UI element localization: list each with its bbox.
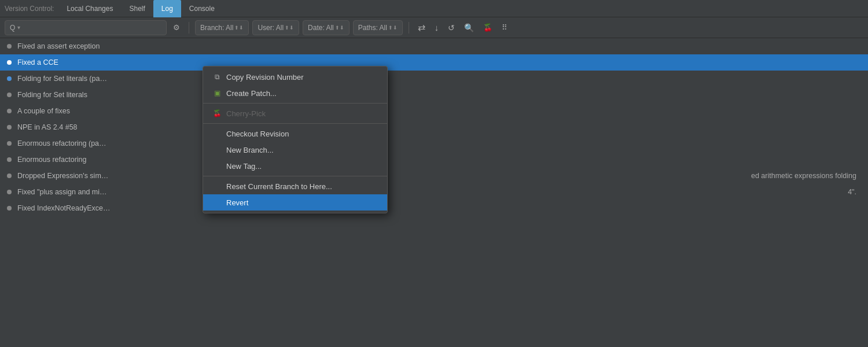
date-chevron-icon: ⬆⬇ [335, 25, 344, 31]
commit-dot [7, 60, 12, 65]
commit-dot [7, 206, 12, 211]
commit-dot [7, 125, 12, 130]
log-item[interactable]: Dropped Expression's sim… ed arithmetic … [0, 168, 868, 184]
commit-dot [7, 157, 12, 162]
log-item[interactable]: Fixed IndexNotReadyExce… [0, 200, 868, 216]
log-item-selected[interactable]: Fixed a CCE [0, 54, 868, 71]
paths-filter[interactable]: Paths: All ⬆⬇ [353, 20, 403, 35]
ctx-separator-2 [203, 123, 387, 124]
log-item[interactable]: Folding for Set literals [0, 87, 868, 103]
refresh-icon: ↺ [448, 23, 455, 32]
fetch-icon: ↓ [435, 23, 439, 32]
user-chevron-icon: ⬆⬇ [285, 25, 294, 31]
commit-message: Enormous refactoring [17, 156, 87, 164]
settings-button[interactable]: ⚙ [170, 21, 183, 34]
commit-message: Dropped Expression's sim… [17, 172, 108, 180]
tab-local-changes[interactable]: Local Changes [58, 0, 121, 17]
commit-extra-text-2: 4". [848, 188, 856, 196]
fetch-button[interactable]: ↓ [432, 21, 442, 34]
commit-dot [7, 76, 12, 81]
log-item[interactable]: Folding for Set literals (pa… [0, 71, 868, 87]
log-item[interactable]: Fixed "plus assign and mi… 4". [0, 184, 868, 200]
commit-dot [7, 174, 12, 178]
merge-icon: ⇄ [418, 22, 425, 33]
commit-extra-text: ed arithmetic expressions folding [751, 172, 856, 180]
ctx-create-patch[interactable]: ▣ Create Patch... [203, 85, 387, 101]
ctx-new-branch[interactable]: New Branch... [203, 142, 387, 158]
new-branch-icon [212, 145, 222, 154]
commit-dot [7, 44, 12, 49]
tab-bar: Version Control: Local Changes Shelf Log… [0, 0, 868, 17]
commit-message: Folding for Set literals (pa… [17, 75, 107, 83]
ctx-checkout-revision[interactable]: Checkout Revision [203, 125, 387, 142]
commit-dot [7, 109, 12, 113]
cherry-pick-toolbar-button[interactable]: 🍒 [480, 21, 495, 34]
ctx-new-tag[interactable]: New Tag... [203, 158, 387, 174]
version-control-label: Version Control: [5, 5, 54, 13]
tab-log[interactable]: Log [153, 0, 181, 17]
log-item[interactable]: Enormous refactoring (pa… [0, 135, 868, 152]
tab-shelf[interactable]: Shelf [121, 0, 153, 17]
cherry-pick-icon: 🍒 [483, 23, 492, 32]
search-icon: Q [10, 24, 15, 32]
toolbar: Q ▾ ⚙ Branch: All ⬆⬇ User: All ⬆⬇ Date: … [0, 17, 868, 38]
log-item[interactable]: Fixed an assert exception [0, 38, 868, 54]
commit-message: Folding for Set literals [17, 91, 87, 99]
commit-message: Fixed "plus assign and mi… [17, 188, 107, 196]
user-filter[interactable]: User: All ⬆⬇ [252, 20, 299, 35]
branch-filter[interactable]: Branch: All ⬆⬇ [195, 20, 249, 35]
patch-icon: ▣ [212, 88, 222, 98]
ctx-separator-1 [203, 103, 387, 104]
toolbar-separator-2 [409, 22, 409, 34]
ctx-copy-revision[interactable]: ⧉ Copy Revision Number [203, 69, 387, 85]
commit-message: Fixed an assert exception [17, 42, 100, 50]
checkout-icon [212, 129, 222, 138]
commit-message: A couple of fixes [17, 107, 70, 115]
ctx-revert[interactable]: Revert [203, 194, 387, 211]
commit-message: Fixed a CCE [17, 58, 58, 67]
commit-dot [7, 190, 12, 194]
ctx-reset-branch[interactable]: Reset Current Branch to Here... [203, 178, 387, 194]
ctx-separator-3 [203, 176, 387, 176]
log-item[interactable]: A couple of fixes [0, 103, 868, 119]
search-input[interactable] [23, 24, 161, 32]
search-box[interactable]: Q ▾ [5, 20, 167, 35]
find-icon: 🔍 [464, 23, 474, 32]
grid-button[interactable]: ⠿ [499, 21, 510, 34]
copy-icon: ⧉ [212, 72, 222, 82]
cherry-pick-ctx-icon: 🍒 [212, 109, 222, 118]
commit-message: Fixed IndexNotReadyExce… [17, 204, 111, 212]
commit-message: Enormous refactoring (pa… [17, 139, 106, 147]
commit-dot [7, 93, 12, 97]
date-filter[interactable]: Date: All ⬆⬇ [303, 20, 350, 35]
paths-chevron-icon: ⬆⬇ [388, 25, 398, 31]
new-tag-icon [212, 161, 222, 171]
main-content: Fixed an assert exception Fixed a CCE Fo… [0, 38, 868, 347]
gear-icon: ⚙ [173, 23, 180, 32]
revert-icon [212, 198, 222, 207]
log-item[interactable]: NPE in AS 2.4 #58 [0, 119, 868, 135]
commit-message: NPE in AS 2.4 #58 [17, 123, 78, 131]
log-list: Fixed an assert exception Fixed a CCE Fo… [0, 38, 868, 347]
reset-icon [212, 182, 222, 191]
commit-dot [7, 141, 12, 146]
log-item[interactable]: Enormous refactoring [0, 152, 868, 168]
search-chevron-icon: ▾ [17, 24, 20, 31]
merge-branches-button[interactable]: ⇄ [415, 20, 428, 35]
toolbar-separator-1 [189, 22, 189, 34]
grid-icon: ⠿ [502, 23, 507, 32]
tab-console[interactable]: Console [181, 0, 223, 17]
branch-chevron-icon: ⬆⬇ [234, 25, 244, 31]
refresh-button[interactable]: ↺ [445, 21, 458, 34]
ctx-cherry-pick: 🍒 Cherry-Pick [203, 105, 387, 121]
find-button[interactable]: 🔍 [461, 21, 477, 34]
context-menu: ⧉ Copy Revision Number ▣ Create Patch...… [203, 66, 388, 213]
